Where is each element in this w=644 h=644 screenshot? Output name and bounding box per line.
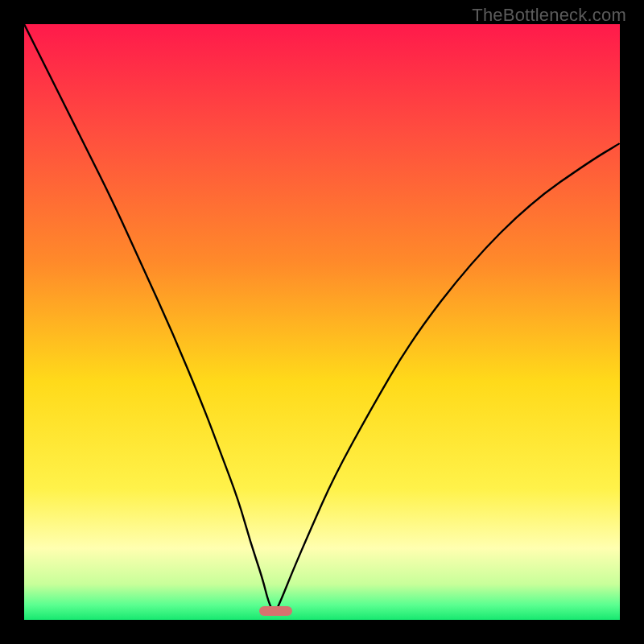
curve-path <box>24 24 620 611</box>
chart-frame: TheBottleneck.com <box>0 0 644 644</box>
plot-area <box>24 24 620 620</box>
bottleneck-curve <box>24 24 620 620</box>
optimal-range-marker <box>259 606 292 616</box>
watermark-text: TheBottleneck.com <box>472 5 626 26</box>
